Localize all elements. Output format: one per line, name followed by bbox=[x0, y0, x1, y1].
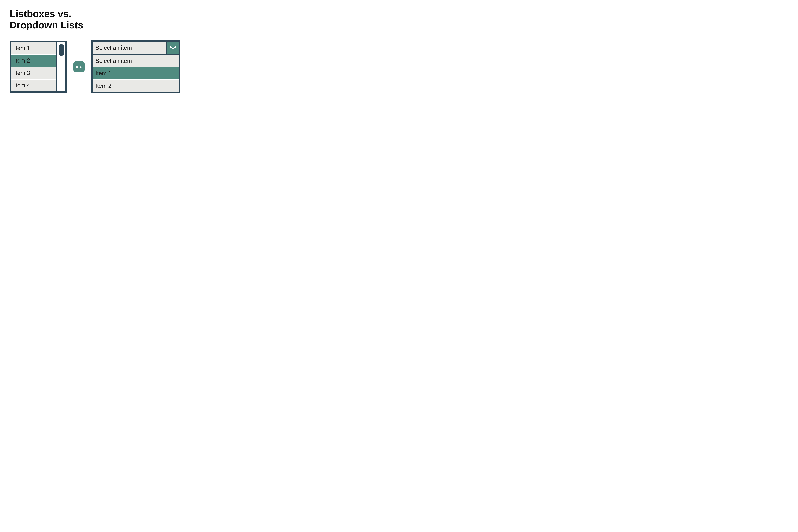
listbox-items: Item 1 Item 2 Item 3 Item 4 bbox=[11, 42, 56, 91]
listbox-item[interactable]: Item 2 bbox=[11, 55, 56, 67]
comparison-row: Item 1 Item 2 Item 3 Item 4 vs. Select a… bbox=[10, 40, 230, 93]
scrollbar-thumb[interactable] bbox=[59, 44, 64, 56]
listbox[interactable]: Item 1 Item 2 Item 3 Item 4 bbox=[10, 41, 67, 93]
page-title-line2: Dropdown Lists bbox=[10, 19, 83, 31]
dropdown-item-label: Select an item bbox=[95, 58, 132, 64]
chevron-down-icon[interactable] bbox=[166, 42, 179, 54]
dropdown-trigger[interactable]: Select an item bbox=[93, 42, 179, 55]
vs-label: vs. bbox=[76, 64, 82, 70]
dropdown-item[interactable]: Item 1 bbox=[93, 68, 179, 80]
listbox-item[interactable]: Item 3 bbox=[11, 67, 56, 80]
scrollbar[interactable] bbox=[56, 42, 66, 91]
page-title: Listboxes vs. Dropdown Lists bbox=[10, 8, 230, 31]
dropdown-item-label: Item 1 bbox=[95, 70, 111, 77]
listbox-item-label: Item 2 bbox=[14, 57, 30, 64]
vs-badge: vs. bbox=[73, 61, 85, 72]
page-title-line1: Listboxes vs. bbox=[10, 8, 71, 19]
dropdown-item[interactable]: Item 2 bbox=[93, 80, 179, 92]
listbox-item[interactable]: Item 4 bbox=[11, 80, 56, 91]
listbox-item-label: Item 1 bbox=[14, 45, 30, 51]
listbox-item-label: Item 4 bbox=[14, 82, 30, 89]
dropdown: Select an item Select an item Item 1 Ite… bbox=[91, 40, 180, 93]
listbox-item[interactable]: Item 1 bbox=[11, 42, 56, 55]
listbox-item-label: Item 3 bbox=[14, 70, 30, 76]
dropdown-item-label: Item 2 bbox=[95, 82, 111, 89]
dropdown-item[interactable]: Select an item bbox=[93, 55, 179, 68]
dropdown-trigger-label: Select an item bbox=[93, 42, 166, 54]
